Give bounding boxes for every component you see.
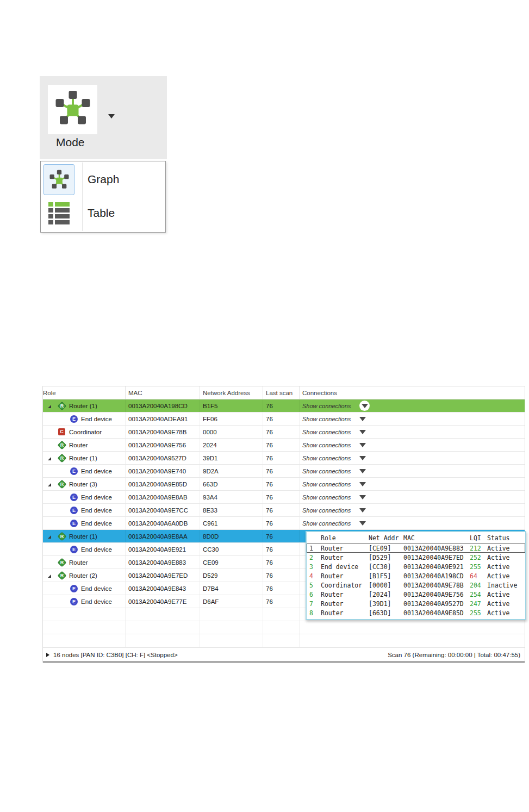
popup-status-cell: Active <box>487 600 525 608</box>
popup-mac-cell: 0013A20040A9E78B <box>403 582 470 589</box>
network-address-cell: 8E33 <box>200 504 263 516</box>
connections-dropdown-icon[interactable] <box>359 443 366 447</box>
table-row[interactable]: EEnd device0013A20040A9E7CC8E3376Show co… <box>43 504 525 517</box>
last-scan-cell: 76 <box>263 439 300 451</box>
mode-button[interactable] <box>48 85 97 134</box>
node-icon-letter: R <box>59 560 65 565</box>
expander-icon[interactable] <box>48 535 51 539</box>
role-label: End device <box>81 585 112 592</box>
node-icon-letter: E <box>70 546 78 553</box>
table-row[interactable]: EEnd device0013A20040A9E7409D2A76Show co… <box>43 465 525 478</box>
role-cell: EEnd device <box>43 413 126 425</box>
triangle-down-glyph <box>359 495 366 499</box>
popup-connection-row[interactable]: 6Router[2024]0013A20040A9E756254Active <box>307 590 525 599</box>
popup-status-cell: Active <box>487 563 525 571</box>
popup-status-cell: Inactive <box>487 582 525 589</box>
popup-role-cell: Router <box>321 600 369 608</box>
popup-connection-row[interactable]: 7Router[39D1]0013A20040A9527D247Active <box>307 599 525 608</box>
popup-net-addr-cell: [0000] <box>369 582 403 589</box>
connections-cell: Show connections <box>300 439 525 451</box>
end-device-icon: E <box>70 467 78 475</box>
status-bar: 16 nodes [PAN ID: C3B0] [CH: F] <Stopped… <box>43 647 525 663</box>
node-icon-letter: E <box>70 507 78 514</box>
triangle-down-glyph <box>359 508 366 513</box>
role-label: End device <box>81 520 112 527</box>
expand-status-icon[interactable] <box>46 653 49 657</box>
router-icon: R <box>58 480 67 489</box>
empty-table-row <box>43 621 525 634</box>
empty-cell <box>126 621 200 634</box>
popup-net-addr-cell: [CC30] <box>369 563 403 571</box>
role-label: Router (3) <box>69 481 97 488</box>
popup-connection-row[interactable]: 4Router[B1F5]0013A20040A198CD64Active <box>307 571 525 580</box>
end-device-icon: E <box>70 585 78 592</box>
column-header-mac[interactable]: MAC <box>126 386 200 399</box>
network-address-cell: 0000 <box>200 426 263 438</box>
scan-status: Scan 76 (Remaining: 00:00:00 | Total: 00… <box>388 652 520 658</box>
column-header-last-scan[interactable]: Last scan <box>263 386 300 399</box>
table-row[interactable]: RRouter0013A20040A9E756202476Show connec… <box>43 439 525 452</box>
popup-connection-row[interactable]: 5Coordinator[0000]0013A20040A9E78B204Ina… <box>307 580 525 590</box>
connections-dropdown-icon[interactable] <box>359 430 366 434</box>
expander-icon[interactable] <box>48 457 51 460</box>
popup-row-number: 8 <box>307 609 321 617</box>
table-row[interactable]: RRouter (1)0013A20040A9527D39D176Show co… <box>43 452 525 465</box>
node-icon-letter: E <box>70 415 78 423</box>
connections-dropdown-icon[interactable] <box>359 495 366 499</box>
popup-column-mac: MAC <box>403 534 470 542</box>
table-row[interactable]: EEnd device0013A20040A6A0DBC96176Show co… <box>43 517 525 530</box>
popup-connection-row[interactable]: 3End device[CC30]0013A20040A9E921255Acti… <box>307 562 525 571</box>
menu-item-graph[interactable]: Graph <box>41 163 165 196</box>
triangle-down-glyph <box>359 469 366 473</box>
popup-lqi-cell: 212 <box>470 545 487 552</box>
popup-net-addr-cell: [CE09] <box>369 545 403 552</box>
show-connections-label: Show connections <box>302 468 351 474</box>
role-cell: RRouter (3) <box>43 478 126 490</box>
expander-icon[interactable] <box>48 574 51 578</box>
connections-dropdown-icon[interactable] <box>359 401 370 411</box>
connections-dropdown-icon[interactable] <box>359 482 366 486</box>
table-row[interactable]: EEnd device0013A20040A9E8AB93A476Show co… <box>43 491 525 504</box>
last-scan-cell: 76 <box>263 465 300 477</box>
show-connections-label: Show connections <box>302 403 351 409</box>
column-header-role[interactable]: Role <box>43 386 126 399</box>
popup-connection-row[interactable]: 8Router[663D]0013A20040A9E85D255Active <box>307 608 525 617</box>
last-scan-cell: 76 <box>263 530 300 542</box>
popup-column-lqi: LQI <box>470 534 487 542</box>
role-label: End device <box>81 468 112 474</box>
popup-row-number: 3 <box>307 563 321 571</box>
connections-dropdown-icon[interactable] <box>359 469 366 473</box>
menu-item-table[interactable]: Table <box>41 196 165 230</box>
popup-net-addr-cell: [663D] <box>369 609 403 617</box>
expander-icon[interactable] <box>48 483 51 486</box>
table-row[interactable]: RRouter (3)0013A20040A9E85D663D76Show co… <box>43 478 525 491</box>
connections-dropdown-icon[interactable] <box>359 508 366 513</box>
empty-cell <box>300 621 525 634</box>
popup-role-cell: Router <box>321 591 369 598</box>
popup-net-addr-cell: [B1F5] <box>369 572 403 580</box>
network-address-cell: CE09 <box>200 556 263 569</box>
connections-cell: Show connections <box>300 399 525 412</box>
end-device-icon: E <box>70 415 78 423</box>
table-row[interactable]: EEnd device0013A20040ADEA91FF0676Show co… <box>43 413 525 426</box>
table-row[interactable]: RRouter (1)0013A20040A198CDB1F576Show co… <box>43 399 525 413</box>
popup-lqi-cell: 255 <box>470 563 487 571</box>
network-address-cell: D7B4 <box>200 582 263 595</box>
connections-dropdown-icon[interactable] <box>359 417 366 421</box>
mode-dropdown-caret-icon[interactable] <box>108 114 115 118</box>
empty-cell <box>200 634 263 647</box>
popup-connection-row[interactable]: 1Router[CE09]0013A20040A9E883212Active <box>307 544 525 553</box>
connections-dropdown-icon[interactable] <box>359 456 366 460</box>
table-row[interactable]: CCoordinator0013A20040A9E78B000076Show c… <box>43 426 525 439</box>
role-label: Router <box>69 559 88 566</box>
expander-icon[interactable] <box>48 405 51 408</box>
mac-cell: 0013A20040A9E8AB <box>126 491 200 503</box>
connections-dropdown-icon[interactable] <box>359 521 366 526</box>
column-header-connections[interactable]: Connections <box>300 386 525 399</box>
popup-status-cell: Active <box>487 591 525 598</box>
show-connections-label: Show connections <box>302 416 351 422</box>
network-address-cell: 39D1 <box>200 452 263 464</box>
column-header-network-address[interactable]: Network Address <box>200 386 263 399</box>
role-cell: EEnd device <box>43 504 126 516</box>
popup-connection-row[interactable]: 2Router[D529]0013A20040A9E7ED252Active <box>307 553 525 562</box>
